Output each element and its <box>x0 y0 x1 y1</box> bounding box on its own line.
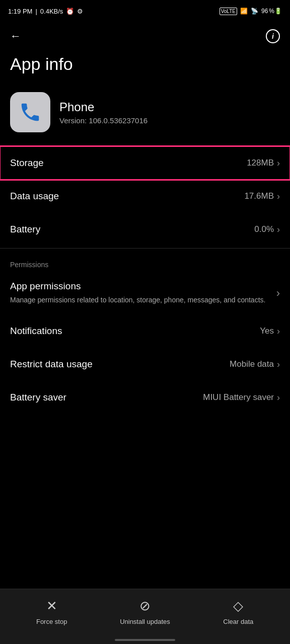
home-indicator <box>115 639 175 641</box>
back-button[interactable]: ← <box>10 30 21 43</box>
storage-item[interactable]: Storage 128MB › <box>0 146 290 180</box>
info-button[interactable]: i <box>266 29 280 43</box>
uninstall-updates-icon: ⊘ <box>139 598 151 614</box>
notifications-label: Notifications <box>10 326 62 337</box>
uninstall-updates-button[interactable]: ⊘ Uninstall updates <box>98 598 191 625</box>
phone-app-icon <box>19 101 42 124</box>
permissions-chevron: › <box>276 287 280 300</box>
restrict-data-item[interactable]: Restrict data usage Mobile data › <box>0 348 290 381</box>
force-stop-button[interactable]: ✕ Force stop <box>5 598 98 625</box>
data-usage-item[interactable]: Data usage 17.6MB › <box>0 180 290 213</box>
battery-chevron: › <box>277 224 280 235</box>
app-info-text: Phone Version: 106.0.536237016 <box>59 100 148 125</box>
status-right: VoLTE 📶 📡 96 %🔋 <box>220 8 282 15</box>
permissions-section-header: Permissions <box>0 251 290 272</box>
top-bar: ← i <box>0 22 290 50</box>
alarm-icon: ⏰ <box>66 8 74 15</box>
force-stop-icon: ✕ <box>46 598 57 614</box>
permissions-desc: Manage permissions related to location, … <box>10 295 268 305</box>
restrict-data-chevron: › <box>277 359 280 370</box>
divider-1 <box>0 248 290 249</box>
force-stop-label: Force stop <box>36 618 67 625</box>
battery-saver-label: Battery saver <box>10 392 66 403</box>
restrict-data-value: Mobile data › <box>230 359 280 370</box>
volte-icon: VoLTE <box>220 8 237 15</box>
status-left: 1:19 PM | 0.4KB/s ⏰ ⚙ <box>8 8 83 15</box>
permissions-text: App permissions Manage permissions relat… <box>10 281 276 305</box>
app-card: Phone Version: 106.0.536237016 <box>0 86 290 146</box>
status-speed: 0.4KB/s <box>40 8 63 15</box>
battery-saver-chevron: › <box>277 392 280 403</box>
storage-value: 128MB › <box>247 158 280 169</box>
data-usage-label: Data usage <box>10 191 59 202</box>
clear-data-button[interactable]: ◇ Clear data <box>192 598 285 625</box>
battery-item[interactable]: Battery 0.0% › <box>0 213 290 246</box>
notifications-chevron: › <box>277 326 280 337</box>
app-version: Version: 106.0.536237016 <box>59 116 148 125</box>
signal-icon: 📶 <box>240 8 248 15</box>
battery-icon: 96 %🔋 <box>261 8 282 15</box>
storage-chevron: › <box>277 158 280 169</box>
app-name: Phone <box>59 100 148 114</box>
battery-saver-value: MIUI Battery saver › <box>203 392 280 403</box>
battery-value: 0.0% › <box>254 224 280 235</box>
status-network: | <box>35 8 37 15</box>
notifications-item[interactable]: Notifications Yes › <box>0 314 290 348</box>
restrict-data-label: Restrict data usage <box>10 359 93 370</box>
data-usage-chevron: › <box>277 191 280 202</box>
app-permissions-item[interactable]: App permissions Manage permissions relat… <box>0 272 290 314</box>
clear-data-label: Clear data <box>223 618 253 625</box>
storage-label: Storage <box>10 157 44 169</box>
app-icon-wrapper <box>10 92 50 132</box>
status-bar: 1:19 PM | 0.4KB/s ⏰ ⚙ VoLTE 📶 📡 96 %🔋 <box>0 0 290 22</box>
permissions-title: App permissions <box>10 281 268 292</box>
battery-label: Battery <box>10 224 40 235</box>
wifi-icon: 📡 <box>251 8 258 15</box>
clear-data-icon: ◇ <box>233 598 243 614</box>
page-title: App info <box>0 50 290 86</box>
bottom-bar: ✕ Force stop ⊘ Uninstall updates ◇ Clear… <box>0 589 290 644</box>
data-usage-value: 17.6MB › <box>244 191 280 202</box>
battery-saver-item[interactable]: Battery saver MIUI Battery saver › <box>0 381 290 414</box>
notifications-value: Yes › <box>260 326 280 337</box>
settings-icon: ⚙ <box>77 8 83 15</box>
uninstall-updates-label: Uninstall updates <box>120 618 170 625</box>
status-time: 1:19 PM <box>8 8 32 15</box>
